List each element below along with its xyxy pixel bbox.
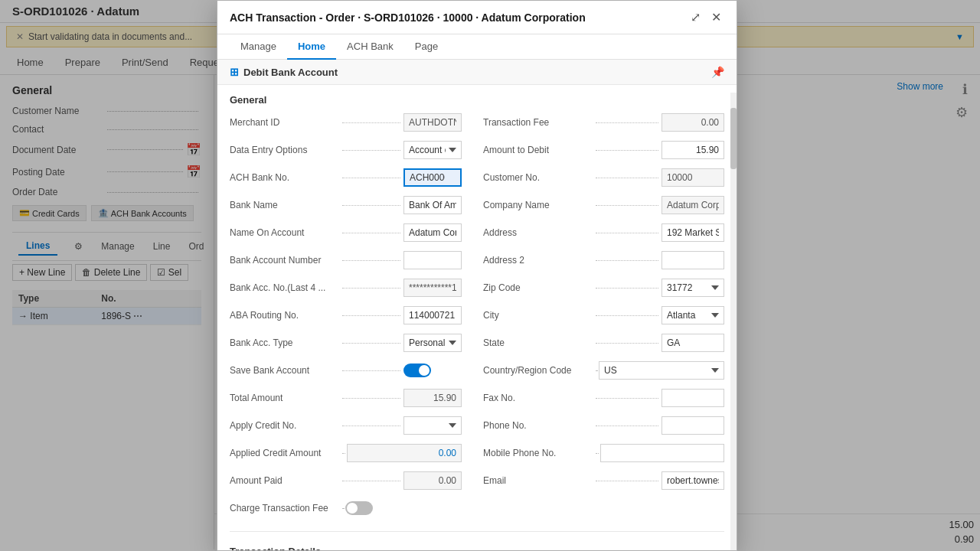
amount-to-debit-label: Amount to Debit: [483, 145, 594, 155]
general-section-title: General: [217, 85, 737, 112]
bank-account-number-row: Bank Account Number: [230, 249, 462, 271]
bank-acc-type-label: Bank Acc. Type: [230, 337, 341, 348]
name-on-account-row: Name On Account: [230, 222, 462, 243]
company-name-input[interactable]: [662, 196, 724, 214]
data-entry-options-select[interactable]: Account on File New Account: [403, 141, 462, 159]
zip-code-label: Zip Code: [483, 282, 594, 293]
modal-body: General Merchant ID: [217, 85, 737, 550]
total-amount-row: Total Amount: [230, 387, 462, 409]
tab-manage[interactable]: Manage: [230, 34, 287, 60]
bank-acc-last4-label: Bank Acc. No.(Last 4 ...: [230, 282, 341, 293]
phone-no-label: Phone No.: [483, 420, 594, 431]
state-row: State: [483, 332, 724, 354]
transaction-details-title: Transaction Details: [230, 546, 724, 550]
customer-no-input[interactable]: [662, 168, 724, 187]
modal-title: ACH Transaction - Order · S-ORD101026 · …: [230, 11, 586, 24]
total-amount-input[interactable]: [403, 389, 462, 407]
modal-tabs: Manage Home ACH Bank Page: [217, 34, 737, 60]
amount-to-debit-row: Amount to Debit: [483, 139, 724, 161]
state-label: State: [483, 337, 594, 348]
aba-routing-no-input[interactable]: [403, 306, 462, 324]
bank-acc-type-select[interactable]: Personal Checking Business Checking Pers…: [403, 334, 462, 352]
fax-no-input[interactable]: [662, 389, 724, 407]
email-row: Email: [483, 470, 724, 491]
transaction-fee-input[interactable]: [662, 113, 724, 132]
address-label: Address: [483, 227, 594, 238]
save-bank-account-row: Save Bank Account: [230, 360, 462, 381]
phone-no-input[interactable]: [662, 416, 724, 435]
subheader-title-text: Debit Bank Account: [243, 67, 338, 78]
tab-home[interactable]: Home: [287, 34, 336, 60]
general-form-grid: Merchant ID Data Entry Options: [217, 112, 737, 525]
customer-no-label: Customer No.: [483, 172, 594, 183]
right-column: Transaction Fee Amount to Debit: [477, 112, 724, 525]
debit-bank-icon: ⊞: [230, 66, 239, 78]
modal-scrollbar-track[interactable]: [730, 93, 737, 550]
save-bank-account-toggle[interactable]: [403, 364, 431, 377]
phone-no-row: Phone No.: [483, 415, 724, 436]
charge-transaction-fee-toggle[interactable]: [345, 501, 373, 515]
fax-no-row: Fax No.: [483, 387, 724, 409]
bank-account-number-input[interactable]: [403, 251, 462, 269]
address2-row: Address 2: [483, 249, 724, 271]
ach-transaction-modal: ACH Transaction - Order · S-ORD101026 · …: [217, 0, 737, 551]
applied-credit-amount-input[interactable]: [347, 444, 462, 462]
modal-scrollbar-thumb[interactable]: [730, 108, 737, 169]
left-column: Merchant ID Data Entry Options: [230, 112, 477, 525]
merchant-id-input[interactable]: [403, 113, 462, 132]
modal-header: ACH Transaction - Order · S-ORD101026 · …: [217, 1, 737, 34]
address-row: Address: [483, 222, 724, 243]
amount-paid-label: Amount Paid: [230, 475, 341, 486]
mobile-phone-no-input[interactable]: [600, 444, 724, 462]
apply-credit-no-row: Apply Credit No.: [230, 415, 462, 436]
tab-ach-bank[interactable]: ACH Bank: [336, 34, 404, 60]
address-input[interactable]: [662, 223, 724, 242]
modal-subheader: ⊞ Debit Bank Account 📌: [217, 60, 737, 85]
transaction-details-section: Transaction Details Transaction Type: [217, 538, 737, 550]
tab-page[interactable]: Page: [404, 34, 449, 60]
bank-acc-last4-row: Bank Acc. No.(Last 4 ...: [230, 277, 462, 298]
subheader-pin-icon[interactable]: 📌: [711, 66, 724, 78]
fax-no-label: Fax No.: [483, 393, 594, 403]
country-code-label: Country/Region Code: [483, 365, 594, 376]
bank-acc-last4-input[interactable]: [403, 279, 462, 297]
city-label: City: [483, 310, 594, 321]
charge-transaction-fee-row: Charge Transaction Fee: [230, 497, 462, 519]
country-code-select[interactable]: US: [599, 361, 724, 380]
merchant-id-row: Merchant ID: [230, 112, 462, 133]
mobile-phone-no-row: Mobile Phone No.: [483, 442, 724, 464]
modal-expand-button[interactable]: ⤢: [688, 8, 704, 26]
amount-paid-row: Amount Paid: [230, 470, 462, 491]
data-entry-options-row: Data Entry Options Account on File New A…: [230, 139, 462, 161]
bank-name-label: Bank Name: [230, 200, 341, 210]
zip-code-select[interactable]: 31772: [662, 279, 724, 297]
aba-routing-no-label: ABA Routing No.: [230, 310, 341, 321]
bank-name-row: Bank Name: [230, 194, 462, 216]
transaction-fee-row: Transaction Fee: [483, 112, 724, 133]
country-code-row: Country/Region Code US: [483, 360, 724, 381]
apply-credit-no-select[interactable]: [403, 416, 462, 435]
save-bank-account-label: Save Bank Account: [230, 365, 341, 376]
modal-header-actions: ⤢ ✕: [688, 8, 724, 26]
amount-to-debit-input[interactable]: [662, 141, 724, 159]
city-row: City Atlanta: [483, 305, 724, 326]
applied-credit-amount-label: Applied Credit Amount: [230, 448, 341, 458]
ach-bank-no-select[interactable]: ACH000001: [403, 168, 462, 187]
transaction-fee-label: Transaction Fee: [483, 117, 594, 128]
amount-paid-input[interactable]: [403, 471, 462, 490]
email-label: Email: [483, 475, 594, 486]
bank-account-number-label: Bank Account Number: [230, 255, 341, 266]
email-input[interactable]: [662, 471, 724, 490]
merchant-id-label: Merchant ID: [230, 117, 341, 128]
applied-credit-amount-row: Applied Credit Amount: [230, 442, 462, 464]
apply-credit-no-label: Apply Credit No.: [230, 420, 341, 431]
modal-close-button[interactable]: ✕: [708, 8, 724, 26]
bank-name-input[interactable]: [403, 196, 462, 214]
aba-routing-no-row: ABA Routing No.: [230, 305, 462, 326]
name-on-account-input[interactable]: [403, 223, 462, 242]
charge-transaction-fee-label: Charge Transaction Fee: [230, 503, 341, 514]
city-select[interactable]: Atlanta: [662, 306, 724, 324]
address2-input[interactable]: [662, 251, 724, 269]
state-input[interactable]: [662, 334, 724, 352]
address2-label: Address 2: [483, 255, 594, 266]
